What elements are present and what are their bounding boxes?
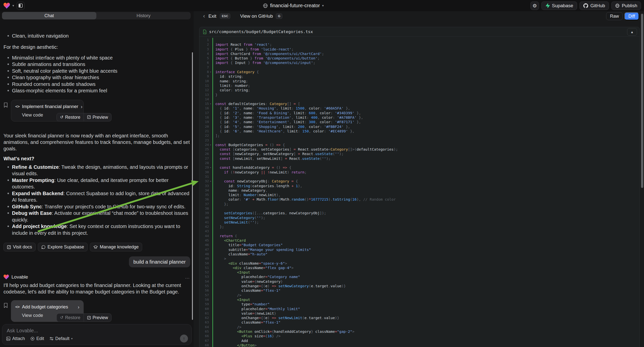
project-selector[interactable]: financial-future-creator ▾	[263, 0, 324, 11]
fold-chevron-icon[interactable]: ▾	[209, 179, 212, 184]
collapse-file-button[interactable]: ▲	[627, 28, 637, 36]
code-line: 39 setCategories([...categories, newCate…	[200, 211, 640, 215]
version-card-title: Implement financial planner	[22, 103, 78, 110]
bookmark-icon[interactable]	[4, 303, 8, 308]
code-line: 60 placeholder="Monthly limit"	[200, 307, 640, 311]
version-card-add-budget-categories[interactable]: <> Add budget categories › View code ↺ R…	[11, 300, 84, 322]
fold-chevron-icon	[209, 202, 212, 206]
view-on-github-link[interactable]: View on GitHub	[240, 14, 273, 19]
restore-icon: ↺	[60, 314, 63, 321]
fold-chevron-icon	[209, 120, 212, 124]
sidebar-toggle-button[interactable]	[17, 2, 25, 10]
file-header[interactable]: src/components/budget/BudgetCategories.t…	[200, 27, 640, 36]
code-line: 21 { id: '6', name: 'Healthcare', limit:…	[200, 129, 640, 134]
bookmark-icon[interactable]	[4, 102, 8, 108]
code-line: 47 subtitle="Manage your spending limits…	[200, 248, 640, 252]
whats-next-heading: What's next?	[4, 155, 190, 162]
preview-button[interactable]: Preview	[84, 113, 111, 121]
code-editor[interactable]: 12import React from 'react';3import { Pl…	[200, 36, 640, 347]
publish-button[interactable]: Publish	[612, 2, 641, 10]
design-bullet-list: Minimalist interface with plenty of whit…	[4, 54, 190, 94]
line-number: 6	[200, 60, 209, 65]
code-line: 19 { id: '4', name: 'Entertainment', lim…	[200, 120, 640, 124]
mode-selector[interactable]: Default ▾	[50, 336, 73, 341]
message-options-button[interactable]: …	[185, 274, 190, 280]
fold-chevron-icon	[209, 229, 212, 234]
fold-chevron-icon	[209, 270, 212, 274]
chevron-down-icon[interactable]: ▾	[12, 4, 14, 8]
line-number: 32	[200, 179, 209, 184]
fold-chevron-icon	[209, 302, 212, 306]
tab-history[interactable]: History	[96, 12, 191, 20]
explore-supabase-button[interactable]: Explore Supabase	[38, 243, 88, 252]
back-chevron-icon[interactable]: ‹	[203, 13, 205, 20]
exit-button[interactable]: Exit	[208, 14, 216, 19]
raw-button[interactable]: Raw	[606, 12, 622, 20]
window-scrollbar[interactable]	[641, 14, 643, 188]
fold-chevron-icon	[209, 115, 212, 120]
code-line: 58 <Input	[200, 298, 640, 302]
code-panel-header: ‹ Exit ESC View on GitHub G Raw Diff	[194, 11, 644, 21]
line-number: 25	[200, 147, 209, 152]
fold-chevron-icon	[209, 338, 212, 343]
supabase-icon	[545, 3, 550, 8]
chat-input-box[interactable]: Ask Lovable... Attach Edit	[2, 324, 192, 345]
target-icon	[30, 336, 34, 341]
line-number: 2	[200, 42, 209, 47]
code-line: 56 className="flex-1"	[200, 288, 640, 293]
line-number: 42	[200, 224, 209, 229]
esc-shortcut-badge: ESC	[220, 14, 230, 19]
bullet-item: Clean, intuitive navigation	[4, 32, 190, 39]
fold-chevron-icon	[209, 329, 212, 334]
fold-chevron-icon	[209, 147, 212, 152]
settings-button[interactable]: ⚙	[530, 2, 539, 10]
tab-chat[interactable]: Chat	[2, 12, 96, 20]
code-line: 8▾interface Category {	[200, 70, 640, 74]
fold-chevron-icon[interactable]: ▾	[209, 70, 212, 74]
line-number: 41	[200, 220, 209, 224]
edit-button[interactable]: Edit	[30, 336, 44, 341]
fold-chevron-icon	[209, 184, 212, 188]
restore-button[interactable]: ↺ Restore	[57, 113, 84, 121]
fold-chevron-icon	[209, 197, 212, 202]
bullet-item: Debug with Ease: Activate our experiment…	[4, 210, 190, 223]
lovable-heart-logo[interactable]	[4, 3, 10, 9]
code-line: 40 setNewCategory('');	[200, 216, 640, 220]
version-card-implement-financial-planner[interactable]: <> Implement financial planner › View co…	[11, 100, 84, 122]
line-number: 36	[200, 197, 209, 202]
manage-knowledge-button[interactable]: Manage knowledge	[90, 243, 142, 252]
line-number: 60	[200, 307, 209, 311]
fold-chevron-icon[interactable]: ▾	[209, 102, 212, 106]
fold-chevron-icon	[209, 284, 212, 288]
code-line: 17 { id: '2', name: 'Food & Dining', lim…	[200, 111, 640, 115]
fold-chevron-icon	[209, 156, 212, 161]
github-button[interactable]: GitHub	[580, 2, 609, 10]
fold-chevron-icon	[209, 252, 212, 256]
chat-scrollbar[interactable]	[192, 52, 193, 320]
fold-chevron-icon	[209, 138, 212, 143]
fold-chevron-icon[interactable]: ▾	[209, 165, 212, 170]
fold-chevron-icon	[209, 60, 212, 65]
supabase-button[interactable]: Supabase	[542, 2, 577, 10]
attach-button[interactable]: Attach	[6, 336, 25, 341]
code-line: 45 <ChartCard	[200, 238, 640, 243]
line-number: 24	[200, 143, 209, 147]
g-shortcut-badge: G	[276, 14, 282, 19]
fold-chevron-icon	[209, 325, 212, 329]
preview-button[interactable]: Preview	[84, 314, 111, 322]
code-line: 18 { id: '3', name: 'Transportation', li…	[200, 115, 640, 120]
code-line: 13}	[200, 92, 640, 97]
code-line: 34 name: newCategory,	[200, 188, 640, 193]
diff-button[interactable]: Diff	[624, 12, 639, 20]
restore-button[interactable]: ↺ Restore	[57, 314, 84, 322]
send-button[interactable]: ↑	[180, 334, 188, 342]
code-line: 42 };	[200, 224, 640, 229]
line-number: 20	[200, 124, 209, 129]
code-line: 20 { id: '5', name: 'Shopping', limit: 2…	[200, 124, 640, 129]
fold-chevron-icon[interactable]: ▾	[209, 143, 212, 147]
fold-chevron-icon	[209, 38, 212, 42]
visit-docs-button[interactable]: Visit docs	[4, 243, 36, 252]
line-number: 17	[200, 111, 209, 115]
fold-chevron-icon	[209, 47, 212, 52]
publish-label: Publish	[622, 3, 637, 8]
